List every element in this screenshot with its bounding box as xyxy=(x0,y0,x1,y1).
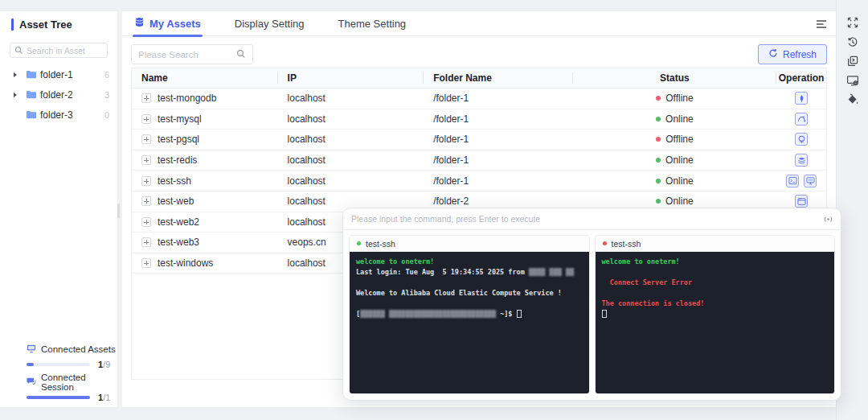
pgsql-connect-icon[interactable] xyxy=(795,133,808,146)
terminal-line xyxy=(356,278,583,288)
tree-item-label: folder-2 xyxy=(40,89,73,101)
asset-search-box[interactable] xyxy=(10,43,108,58)
asset-name: test-mongodb xyxy=(158,93,216,104)
tab-bar: My AssetsDisplay SettingTheme Setting xyxy=(122,11,836,36)
asset-tree-header: Asset Tree xyxy=(0,11,117,31)
terminal-cursor xyxy=(517,310,522,318)
table-row-test-pgsql[interactable]: test-pgsqllocalhost/folder-1Offline xyxy=(132,130,826,150)
status-dot xyxy=(656,96,661,101)
terminal-pane-left: test-sshwelcome to oneterm!Last login: T… xyxy=(349,235,590,394)
row-expand-icon[interactable] xyxy=(141,196,151,206)
tree-item-folder-3[interactable]: folder-30 xyxy=(0,105,117,125)
status-label: Online xyxy=(665,113,694,125)
expand-caret-icon[interactable] xyxy=(14,72,17,77)
asset-name: test-redis xyxy=(158,154,197,166)
terminal-panes: test-sshwelcome to oneterm!Last login: T… xyxy=(343,230,841,400)
session-status-dot xyxy=(603,241,607,245)
display-settings-icon[interactable] xyxy=(846,74,859,87)
asset-name: test-web3 xyxy=(158,237,199,248)
status-dot xyxy=(656,158,661,163)
asset-folder: /folder-1 xyxy=(424,171,573,191)
connected-assets-icon xyxy=(27,342,36,356)
expand-caret-icon[interactable] xyxy=(14,93,17,97)
stat-progress-row: 1/1 xyxy=(0,393,117,402)
row-expand-icon[interactable] xyxy=(141,217,151,227)
history-icon[interactable] xyxy=(846,35,859,48)
row-expand-icon[interactable] xyxy=(141,176,151,186)
pane-header: test-ssh xyxy=(350,236,589,252)
asset-operations xyxy=(776,89,826,109)
folder-icon xyxy=(26,89,36,100)
row-expand-icon[interactable] xyxy=(141,155,151,165)
stat-value: 1/1 xyxy=(98,393,110,402)
status-dot xyxy=(656,199,661,204)
asset-tree: folder-16folder-23folder-30 xyxy=(0,64,117,125)
asset-operations xyxy=(776,130,826,150)
tree-item-count: 6 xyxy=(104,70,109,80)
status-dot xyxy=(656,179,661,183)
row-expand-icon[interactable] xyxy=(141,258,151,268)
theme-icon[interactable] xyxy=(846,93,859,106)
folder-icon xyxy=(26,69,36,80)
refresh-button[interactable]: Refresh xyxy=(758,44,827,64)
asset-name: test-web xyxy=(158,196,194,207)
progress-fill xyxy=(27,396,90,399)
asset-name: test-pgsql xyxy=(158,134,199,145)
table-row-test-mysql[interactable]: test-mysqllocalhost/folder-1Online xyxy=(132,109,826,130)
redis-connect-icon[interactable] xyxy=(795,154,808,167)
table-search-box[interactable] xyxy=(131,44,253,64)
terminal-connect-icon[interactable] xyxy=(786,175,799,187)
asset-status: Offline xyxy=(573,89,776,109)
row-expand-icon[interactable] xyxy=(141,114,151,124)
terminal-line: Connect Server Error xyxy=(602,278,829,288)
asset-name: test-ssh xyxy=(158,175,191,187)
terminal-overlay: test-sshwelcome to oneterm!Last login: T… xyxy=(342,208,841,401)
remote-desktop-connect-icon[interactable] xyxy=(804,175,817,187)
terminal-line: welcome to oneterm! xyxy=(602,257,829,267)
status-label: Online xyxy=(665,154,694,166)
row-expand-icon[interactable] xyxy=(141,93,151,103)
tree-item-folder-1[interactable]: folder-16 xyxy=(0,64,117,84)
tree-item-label: folder-1 xyxy=(40,69,73,80)
folder-icon xyxy=(26,109,36,120)
asset-search-input[interactable] xyxy=(27,46,103,56)
table-header: NameIPFolder NameStatusOperation xyxy=(132,68,826,89)
stat-label: Connected Session xyxy=(41,373,117,392)
asset-ip: localhost xyxy=(278,109,424,130)
tree-item-count: 3 xyxy=(104,90,109,100)
asset-folder: /folder-1 xyxy=(424,109,573,130)
status-label: Online xyxy=(665,196,694,207)
fullscreen-icon[interactable] xyxy=(846,16,859,29)
terminal-line xyxy=(602,288,829,299)
tree-item-folder-2[interactable]: folder-23 xyxy=(0,84,117,105)
sessions-icon[interactable] xyxy=(846,55,859,68)
asset-status: Online xyxy=(573,171,776,191)
row-expand-icon[interactable] xyxy=(141,134,151,144)
accent-bar xyxy=(11,19,14,31)
tab-theme-setting[interactable]: Theme Setting xyxy=(338,11,407,36)
table-row-test-ssh[interactable]: test-sshlocalhost/folder-1Online xyxy=(132,171,826,191)
stat-progress-row: 1/9 xyxy=(0,360,117,369)
asset-operations xyxy=(776,109,826,130)
asset-tree-panel: Asset Tree folder-16folder-23folder-30 C… xyxy=(0,11,117,407)
table-search-input[interactable] xyxy=(138,50,236,60)
mongodb-connect-icon[interactable] xyxy=(795,92,808,105)
broadcast-icon[interactable] xyxy=(822,213,834,225)
terminal-screen[interactable]: welcome to oneterm!Last login: Tue Aug 5… xyxy=(350,252,589,393)
terminal-screen[interactable]: welcome to oneterm! Connect Server Error… xyxy=(596,252,835,393)
stat-value: 1/9 xyxy=(98,360,110,369)
table-row-test-redis[interactable]: test-redislocalhost/folder-1Online xyxy=(132,150,826,171)
row-expand-icon[interactable] xyxy=(141,237,151,247)
browser-connect-icon[interactable] xyxy=(795,195,808,208)
terminal-cursor xyxy=(602,310,607,318)
asset-name: test-mysql xyxy=(158,113,202,125)
tab-my-assets[interactable]: My Assets xyxy=(134,11,201,36)
mysql-connect-icon[interactable] xyxy=(795,113,808,126)
table-row-test-mongodb[interactable]: test-mongodblocalhost/folder-1Offline xyxy=(132,89,826,109)
connected-session-icon xyxy=(27,375,36,389)
tab-display-setting[interactable]: Display Setting xyxy=(235,11,305,36)
asset-ip: localhost xyxy=(278,130,424,150)
list-settings-icon[interactable] xyxy=(815,18,828,31)
command-input[interactable] xyxy=(351,214,822,224)
sidebar-resize-handle[interactable] xyxy=(117,204,120,218)
